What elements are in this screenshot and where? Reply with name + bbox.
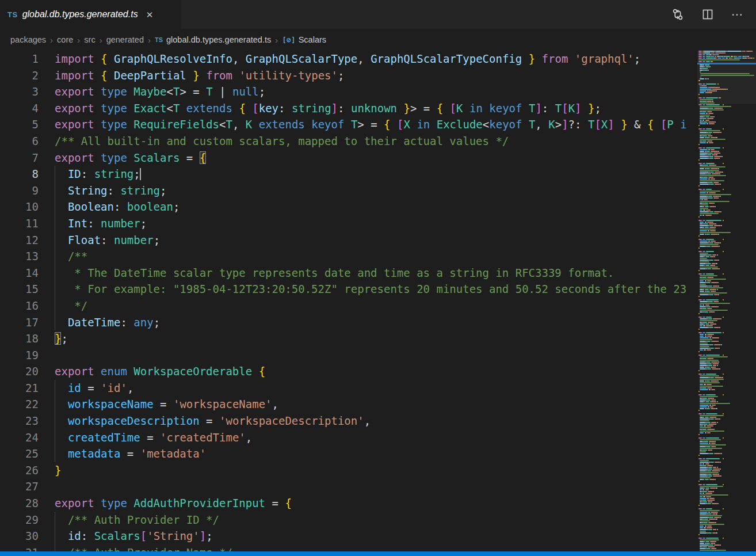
code-line[interactable]: 25 metadata = 'metadata': [0, 445, 697, 462]
breadcrumb: packages›core›src›generated›TSglobal.db.…: [0, 29, 756, 51]
line-number: 27: [0, 478, 39, 495]
code-line[interactable]: 15 * For example: "1985-04-12T23:20:50.5…: [0, 281, 697, 298]
indent-guide: [55, 265, 55, 281]
code-text: workspaceName = 'workspaceName',: [55, 396, 278, 413]
line-number: 22: [0, 396, 39, 413]
code-text: export type Scalars = {: [55, 150, 206, 166]
line-number: 14: [0, 265, 39, 281]
indent-guide: [55, 199, 55, 215]
line-number: 17: [0, 314, 39, 331]
compare-changes-icon[interactable]: [671, 8, 684, 21]
code-line[interactable]: 1import { GraphQLResolveInfo, GraphQLSca…: [0, 51, 697, 67]
code-line[interactable]: 28export type AddAuthProviderInput = {: [0, 495, 697, 512]
breadcrumb-separator: ›: [100, 35, 102, 45]
close-icon[interactable]: ✕: [146, 10, 154, 19]
breadcrumb-separator: ›: [275, 35, 278, 45]
split-editor-icon[interactable]: [701, 8, 714, 21]
code-line[interactable]: 29 /** Auth Provider ID */: [0, 512, 697, 528]
breadcrumb-separator: ›: [77, 35, 80, 45]
code-text: }: [55, 462, 61, 479]
line-number: 10: [0, 199, 39, 215]
code-text: id = 'id',: [55, 380, 133, 397]
line-number: 25: [0, 445, 39, 462]
code-line[interactable]: 2import { DeepPartial } from 'utility-ty…: [0, 67, 697, 84]
code-line[interactable]: 3export type Maybe<T> = T | null;: [0, 83, 697, 100]
breadcrumb-item-symbol[interactable]: Scalars: [299, 35, 326, 44]
code-text: /** All built-in and custom scalars, map…: [55, 133, 509, 150]
code-line[interactable]: 26}: [0, 462, 697, 479]
code-text: String: string;: [55, 182, 167, 199]
code-text: export type Maybe<T> = T | null;: [55, 83, 265, 100]
code-text: DateTime: any;: [55, 314, 160, 331]
code-text: export type RequireFields<T, K extends k…: [55, 116, 687, 133]
status-bar: [0, 551, 756, 556]
code-line[interactable]: 17 DateTime: any;: [0, 314, 697, 331]
code-line[interactable]: 12 Float: number;: [0, 232, 697, 249]
code-line[interactable]: 30 id: Scalars['String'];: [0, 528, 697, 544]
breadcrumb-item-generated[interactable]: generated: [106, 35, 144, 44]
code-text: /** Auth Provider ID */: [55, 512, 219, 528]
tab-title: global.db.types.generated.ts: [22, 9, 138, 20]
line-number: 1: [0, 51, 39, 67]
code-line[interactable]: 8 ID: string;: [0, 166, 697, 182]
code-text: /**: [55, 248, 87, 265]
code-line[interactable]: 20export enum WorkspaceOrderable {: [0, 363, 697, 380]
text-cursor: [140, 168, 141, 180]
breadcrumb-item-src[interactable]: src: [84, 35, 95, 44]
minimap[interactable]: [697, 51, 756, 556]
line-number: 7: [0, 150, 39, 166]
code-line[interactable]: 23 workspaceDescription = 'workspaceDesc…: [0, 413, 697, 429]
code-line[interactable]: 22 workspaceName = 'workspaceName',: [0, 396, 697, 413]
code-line[interactable]: 24 createdTime = 'createdTime',: [0, 429, 697, 446]
line-number: 8: [0, 166, 39, 182]
code-line[interactable]: 21 id = 'id',: [0, 380, 697, 397]
line-number: 6: [0, 133, 39, 150]
breadcrumb-separator: ›: [50, 35, 53, 45]
line-number: 23: [0, 413, 39, 429]
line-number: 30: [0, 528, 39, 544]
code-editor[interactable]: 1import { GraphQLResolveInfo, GraphQLSca…: [0, 51, 756, 556]
indent-guide: [55, 182, 55, 199]
tab-global-db-types-generated-ts[interactable]: TS global.db.types.generated.ts ✕: [0, 0, 181, 29]
code-text: };: [55, 330, 68, 347]
breadcrumb-item-core[interactable]: core: [57, 35, 73, 44]
indent-guide: [55, 298, 55, 314]
code-line[interactable]: 9 String: string;: [0, 182, 697, 199]
more-actions-icon[interactable]: ⋯: [731, 12, 743, 17]
code-text: ID: string;: [55, 166, 141, 182]
indent-guide: [55, 248, 55, 265]
breadcrumb-item-file[interactable]: global.db.types.generated.ts: [166, 35, 271, 44]
indent-guide: [55, 429, 55, 446]
code-line[interactable]: 27: [0, 478, 697, 495]
code-line[interactable]: 7export type Scalars = {: [0, 150, 697, 166]
code-line[interactable]: 19: [0, 347, 697, 364]
code-line[interactable]: 10 Boolean: boolean;: [0, 199, 697, 215]
code-line[interactable]: 5export type RequireFields<T, K extends …: [0, 116, 697, 133]
code-line[interactable]: 4export type Exact<T extends { [key: str…: [0, 100, 697, 117]
indent-guide: [55, 166, 55, 182]
code-text: workspaceDescription = 'workspaceDescrip…: [55, 413, 371, 429]
line-number: 15: [0, 281, 39, 298]
code-text: id: Scalars['String'];: [55, 528, 213, 544]
code-line[interactable]: 11 Int: number;: [0, 215, 697, 232]
line-number: 18: [0, 330, 39, 347]
code-line[interactable]: 13 /**: [0, 248, 697, 265]
code-text: metadata = 'metadata': [55, 445, 206, 462]
typescript-file-icon: TS: [155, 36, 163, 43]
indent-guide: [55, 314, 55, 331]
breadcrumb-item-packages[interactable]: packages: [10, 35, 46, 44]
indent-guide: [55, 215, 55, 232]
code-line[interactable]: 16 */: [0, 298, 697, 314]
symbol-type-icon: [⊘]: [282, 36, 295, 44]
code-line[interactable]: 6/** All built-in and custom scalars, ma…: [0, 133, 697, 150]
code-text: import { GraphQLResolveInfo, GraphQLScal…: [55, 51, 640, 67]
code-text: export enum WorkspaceOrderable {: [55, 363, 265, 380]
code-line[interactable]: 14 * The DateTime scalar type represents…: [0, 265, 697, 281]
code-line[interactable]: 18};: [0, 330, 697, 347]
code-lines: 1import { GraphQLResolveInfo, GraphQLSca…: [0, 51, 697, 556]
indent-guide: [55, 528, 55, 544]
indent-guide: [55, 380, 55, 397]
code-text: */: [55, 298, 87, 314]
line-number: 21: [0, 380, 39, 397]
line-number: 28: [0, 495, 39, 512]
